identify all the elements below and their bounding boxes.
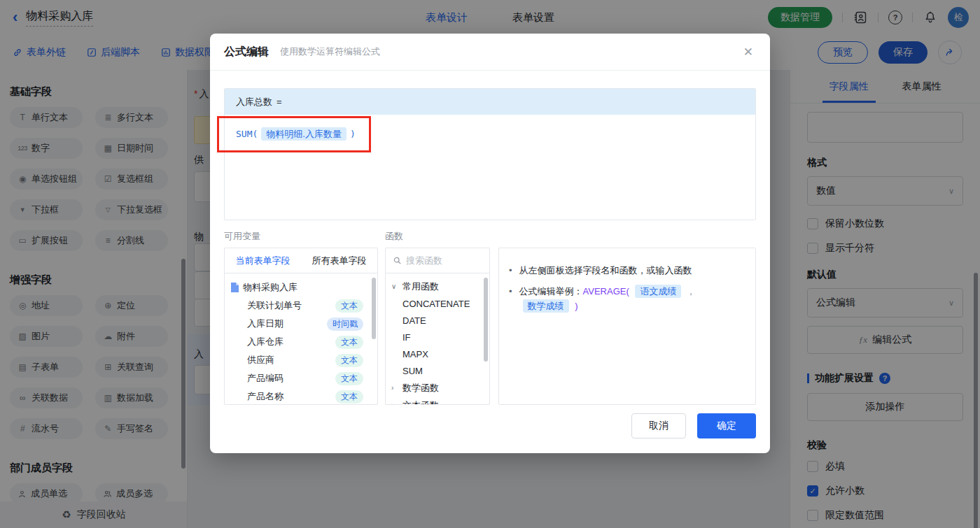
type-badge: 文本 bbox=[335, 354, 363, 367]
variable-name: 产品编码 bbox=[247, 372, 284, 385]
formula-editor-modal: 公式编辑 使用数学运算符编辑公式 ✕ 入库总数 = SUM(物料明细.入库数量)… bbox=[210, 34, 770, 453]
bullet-icon: • bbox=[509, 284, 512, 299]
tab-all-form-fields[interactable]: 所有表单字段 bbox=[301, 255, 377, 267]
formula-input-area[interactable]: SUM(物料明细.入库数量) bbox=[225, 115, 755, 220]
type-badge: 文本 bbox=[335, 372, 363, 385]
tab-current-form-fields[interactable]: 当前表单字段 bbox=[225, 255, 301, 267]
function-item-date[interactable]: DATE bbox=[386, 312, 489, 329]
variable-row[interactable]: 入库日期 时间戳 bbox=[230, 315, 372, 333]
confirm-button[interactable]: 确定 bbox=[697, 413, 756, 438]
group-label: 数学函数 bbox=[402, 382, 439, 394]
formula-variable-chip[interactable]: 物料明细.入库数量 bbox=[261, 127, 346, 141]
variables-root-node[interactable]: 物料采购入库 bbox=[230, 278, 372, 297]
variable-row[interactable]: 关联计划单号 文本 bbox=[230, 297, 372, 315]
variable-row[interactable]: 供应商 文本 bbox=[230, 351, 372, 369]
equals-sign: = bbox=[276, 97, 282, 107]
example-chip: 数学成绩 bbox=[523, 299, 569, 313]
variables-scrollbar[interactable] bbox=[372, 278, 376, 339]
formula-close-paren: ) bbox=[350, 129, 356, 139]
tip-text: 公式编辑举例：AVERAGE( 语文成绩，数学成绩 ) bbox=[519, 284, 746, 313]
function-search-input[interactable]: 搜索函数 bbox=[386, 248, 489, 273]
formula-function-open: SUM( bbox=[236, 129, 258, 139]
variable-name: 供应商 bbox=[247, 354, 274, 366]
help-tip-1: • 从左侧面板选择字段名和函数，或输入函数 bbox=[509, 263, 746, 278]
variables-tabs: 当前表单字段 所有表单字段 bbox=[225, 248, 377, 273]
cancel-button[interactable]: 取消 bbox=[631, 413, 686, 438]
type-badge: 时间戳 bbox=[327, 317, 363, 331]
search-placeholder: 搜索函数 bbox=[406, 255, 442, 267]
functions-panel: 搜索函数 ∨ 常用函数 CONCATENATE DATE IF MAPX SUM… bbox=[385, 248, 490, 405]
variable-name: 关联计划单号 bbox=[247, 299, 302, 312]
formula-target-bar: 入库总数 = bbox=[225, 89, 755, 115]
type-badge: 文本 bbox=[335, 390, 363, 404]
variable-row[interactable]: 产品名称 文本 bbox=[230, 387, 372, 405]
tip-text: 从左侧面板选择字段名和函数，或输入函数 bbox=[519, 263, 692, 278]
form-doc-icon bbox=[230, 283, 239, 292]
modal-header: 公式编辑 使用数学运算符编辑公式 ✕ bbox=[210, 34, 770, 71]
function-item-if[interactable]: IF bbox=[386, 329, 489, 345]
root-node-label: 物料采购入库 bbox=[243, 281, 298, 294]
function-item-sum[interactable]: SUM bbox=[386, 362, 489, 379]
functions-panel-label: 函数 bbox=[385, 230, 498, 243]
type-badge: 文本 bbox=[335, 299, 363, 313]
variable-name: 入库日期 bbox=[247, 317, 284, 330]
variable-row[interactable]: 入库仓库 文本 bbox=[230, 333, 372, 351]
formula-box: 入库总数 = SUM(物料明细.入库数量) bbox=[224, 88, 756, 220]
function-group-common[interactable]: ∨ 常用函数 bbox=[386, 278, 489, 295]
variables-panel: 当前表单字段 所有表单字段 物料采购入库 关联计划单号 文本 入库日期 时间戳 bbox=[224, 248, 378, 405]
example-function-name: AVERAGE( bbox=[583, 286, 629, 297]
chevron-down-icon: ∨ bbox=[391, 283, 398, 290]
help-tip-2: • 公式编辑举例：AVERAGE( 语文成绩，数学成绩 ) bbox=[509, 284, 746, 313]
help-panel: • 从左侧面板选择字段名和函数，或输入函数 • 公式编辑举例：AVERAGE( … bbox=[498, 248, 756, 405]
group-label: 文本函数 bbox=[402, 399, 439, 406]
formula-target-name: 入库总数 bbox=[236, 96, 272, 108]
close-icon[interactable]: ✕ bbox=[743, 45, 753, 59]
group-label: 常用函数 bbox=[402, 280, 439, 293]
variable-name: 产品名称 bbox=[247, 390, 284, 403]
chevron-right-icon: › bbox=[391, 384, 398, 392]
bullet-icon: • bbox=[509, 263, 512, 278]
example-chip: 语文成绩 bbox=[635, 285, 681, 298]
functions-scrollbar[interactable] bbox=[484, 278, 488, 362]
variables-panel-label: 可用变量 bbox=[224, 230, 385, 243]
function-item-concatenate[interactable]: CONCATENATE bbox=[386, 295, 489, 312]
panel-labels: 可用变量 函数 bbox=[224, 230, 756, 243]
modal-subtitle: 使用数学运算符编辑公式 bbox=[280, 45, 380, 58]
type-badge: 文本 bbox=[335, 336, 363, 349]
function-group-text[interactable]: › 文本函数 bbox=[386, 397, 489, 405]
variable-row[interactable]: 产品编码 文本 bbox=[230, 369, 372, 387]
search-icon bbox=[393, 256, 402, 265]
function-group-math[interactable]: › 数学函数 bbox=[386, 379, 489, 397]
chevron-right-icon: › bbox=[391, 401, 398, 405]
function-item-mapx[interactable]: MAPX bbox=[386, 345, 489, 362]
variable-name: 入库仓库 bbox=[247, 336, 284, 348]
modal-title: 公式编辑 bbox=[224, 45, 269, 59]
